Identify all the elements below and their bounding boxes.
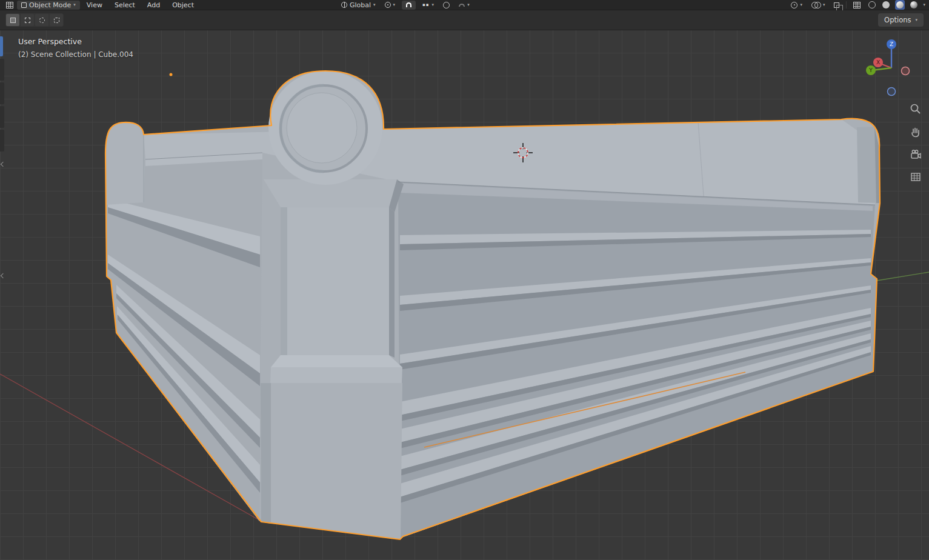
mode-selector[interactable]: Object Mode ▾: [17, 1, 80, 10]
breadcrumb: (2) Scene Collection | Cube.004: [18, 50, 133, 59]
active-tool-tab[interactable]: [0, 36, 3, 56]
shading-rendered-button[interactable]: [909, 0, 919, 10]
snap-toggle[interactable]: [402, 1, 416, 10]
hand-icon: [909, 125, 922, 139]
axis-y-label: Y: [868, 67, 873, 73]
overlays-icon: [811, 2, 821, 8]
viewport-3d[interactable]: User Perspective (2) Scene Collection | …: [0, 30, 929, 560]
toolbar-tab[interactable]: [0, 106, 4, 128]
snap-increment-icon: ▪▪: [422, 2, 430, 7]
navigation-gizmo[interactable]: Z X Y: [864, 39, 922, 97]
chevron-down-icon: ▾: [393, 3, 396, 7]
ortho-perspective-control[interactable]: [908, 170, 923, 184]
toolbar-tab[interactable]: [0, 130, 4, 152]
solid-shading-icon: [882, 1, 890, 8]
pivot-point-icon: [385, 2, 391, 8]
chevron-down-icon: ▾: [915, 18, 917, 22]
magnet-icon: [406, 2, 411, 7]
gizmo-icon: [791, 2, 797, 8]
material-shading-icon: [896, 1, 904, 8]
y-axis-line: [877, 272, 929, 281]
axis-x-handle[interactable]: X: [873, 58, 883, 67]
proportional-falloff-dropdown[interactable]: ▾: [456, 1, 472, 10]
chevron-down-icon: ▾: [823, 3, 825, 7]
xray-toggle[interactable]: [831, 1, 842, 10]
wireframe-shading-icon: [868, 1, 876, 8]
toolbar-tab[interactable]: [0, 82, 4, 104]
selected-object-cube004[interactable]: [105, 71, 880, 539]
options-button[interactable]: Options ▾: [878, 13, 924, 27]
select-box-icon: [25, 18, 30, 23]
shading-solid-button[interactable]: [881, 0, 891, 10]
menu-object[interactable]: Object: [167, 1, 199, 9]
editor-type-icon: [6, 2, 13, 8]
rendered-shading-icon: [910, 1, 917, 8]
axis-z-handle[interactable]: Z: [887, 39, 896, 49]
chevron-down-icon: ▾: [73, 3, 76, 7]
topbar: Object Mode ▾ View Select Add Object Glo…: [0, 0, 929, 10]
axis-minus-x-handle[interactable]: [902, 67, 910, 75]
left-corner-post: [105, 122, 144, 205]
axis-z-label: Z: [890, 41, 893, 47]
ortho-grid-toggle[interactable]: [851, 1, 863, 10]
divider: [846, 1, 847, 8]
blender-window: Object Mode ▾ View Select Add Object Glo…: [0, 0, 929, 560]
toolbar-tab[interactable]: [0, 59, 4, 81]
chevron-down-icon: ▾: [467, 3, 470, 7]
menu-view[interactable]: View: [81, 1, 108, 9]
mode-label: Object Mode: [29, 1, 71, 9]
chevron-down-icon[interactable]: ▾: [923, 3, 925, 7]
options-label: Options: [884, 16, 911, 24]
select-box-button[interactable]: [21, 14, 34, 26]
cylinder-boss: [268, 71, 382, 185]
grid-icon: [853, 2, 861, 8]
proportional-editing-toggle[interactable]: [441, 1, 452, 10]
pivot-point-dropdown[interactable]: ▾: [382, 1, 398, 10]
orientation-label: Global: [350, 1, 371, 9]
axis-minus-z-handle[interactable]: [888, 88, 896, 96]
falloff-curve-icon: [459, 4, 465, 7]
axis-x-label: X: [876, 59, 880, 65]
object-origin-dot: [170, 73, 173, 76]
shading-material-button[interactable]: [895, 0, 905, 10]
snap-target-dropdown[interactable]: ▪▪ ▾: [420, 1, 436, 10]
tool-settings-bar: Options ▾: [0, 10, 929, 30]
editor-type-button[interactable]: [4, 1, 16, 10]
pan-control[interactable]: [908, 125, 923, 139]
menu-add[interactable]: Add: [142, 1, 165, 9]
chevron-down-icon: ▾: [373, 3, 376, 7]
chevron-down-icon: ▾: [432, 3, 435, 7]
shading-wireframe-button[interactable]: [867, 0, 877, 10]
transform-orientation-dropdown[interactable]: Global ▾: [339, 1, 378, 10]
camera-view-control[interactable]: [908, 147, 923, 162]
select-circle-icon: [39, 18, 45, 23]
view-name-label: User Perspective: [18, 37, 82, 46]
zoom-control[interactable]: [908, 102, 923, 116]
object-mode-icon: [21, 2, 27, 8]
select-circle-button[interactable]: [35, 14, 48, 26]
globe-icon: [341, 2, 347, 8]
proportional-editing-icon: [443, 2, 450, 8]
select-tweak-icon: [10, 18, 16, 23]
select-lasso-icon: [54, 18, 59, 23]
magnifier-icon: [909, 102, 922, 116]
axis-y-handle[interactable]: Y: [866, 65, 876, 75]
center-pillar: [261, 179, 404, 539]
scene-canvas[interactable]: [0, 30, 929, 560]
menu-select[interactable]: Select: [109, 1, 141, 9]
overlays-dropdown[interactable]: ▾: [809, 1, 828, 10]
grid-icon: [909, 170, 922, 184]
xray-icon: [834, 2, 839, 8]
select-mode-group: [5, 13, 64, 27]
select-lasso-button[interactable]: [50, 14, 63, 26]
camera-icon: [909, 148, 922, 161]
chevron-down-icon: ▾: [800, 3, 802, 7]
show-gizmo-dropdown[interactable]: ▾: [788, 1, 805, 10]
select-tweak-button[interactable]: [6, 14, 19, 26]
